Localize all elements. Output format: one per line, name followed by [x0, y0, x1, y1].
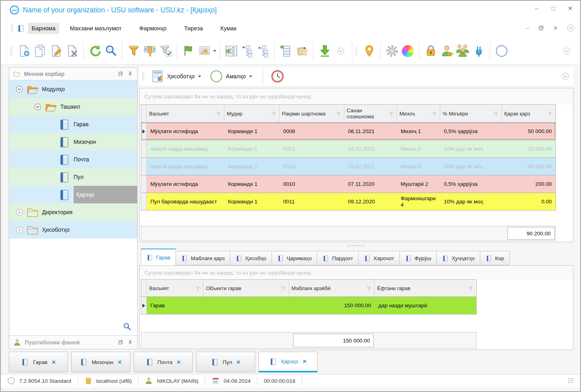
toolbar-grip[interactable] [142, 72, 144, 81]
notes-icon[interactable] [294, 43, 310, 59]
collapse-node-icon[interactable] [34, 103, 42, 111]
lock-icon[interactable] [423, 43, 439, 59]
search-icon[interactable] [103, 43, 119, 59]
menu-overflow-chevron-icon[interactable] [567, 24, 575, 32]
actions-icon[interactable] [210, 70, 223, 83]
close-tab-icon[interactable]: ✕ [302, 358, 307, 364]
tab-furush[interactable]: Фурӯш [400, 251, 437, 265]
close-tab-icon[interactable]: ✕ [118, 359, 122, 365]
tab-hujjatho[interactable]: Ҳуҷҷатҳо [437, 251, 480, 265]
image-icon[interactable] [196, 43, 212, 59]
tab-jarimaho[interactable]: Ҷаримаҳо [272, 251, 317, 265]
column-header[interactable]: Мизоҷ [397, 105, 440, 122]
tree-search-icon[interactable] [123, 322, 132, 331]
filter-panel-icon[interactable] [142, 43, 158, 59]
menu-item-help[interactable]: Кумак [217, 23, 240, 34]
window-tab-pochta[interactable]: Почта ✕ [134, 352, 193, 372]
column-filter-icon[interactable] [216, 111, 222, 117]
location-pin-icon[interactable] [361, 43, 377, 59]
add-column-icon[interactable] [278, 43, 294, 59]
column-header[interactable]: Мудир [224, 105, 280, 122]
child-close-button[interactable]: ✕ [553, 25, 558, 31]
plugin-icon[interactable] [471, 43, 487, 59]
export-more-chevron-icon[interactable] [333, 43, 349, 59]
float-panel-icon[interactable] [118, 71, 124, 77]
delete-record-icon[interactable] [64, 43, 80, 59]
support-panel-header[interactable]: Пуштибонии фаннӣ [9, 335, 137, 349]
minimize-button[interactable]: – [533, 5, 540, 12]
table-row[interactable]: Гарав 150 000.00 дар назди муштарӣ [141, 296, 476, 314]
actionbar-overflow-chevron-icon[interactable] [561, 72, 569, 80]
table-row[interactable]: Мӯҳлати истифода Корманди 1 0008 06.11.2… [141, 122, 555, 140]
window-tab-garav[interactable]: Гарав ✕ [9, 352, 68, 372]
close-tab-icon[interactable]: ✕ [176, 359, 181, 365]
tree-item-pochta[interactable]: Почта [9, 151, 137, 168]
users-group-icon[interactable] [455, 43, 471, 59]
image-dropdown-caret-icon[interactable] [213, 50, 216, 52]
child-minimize-button[interactable]: – [526, 25, 529, 31]
window-tab-pul[interactable]: Пул ✕ [196, 352, 255, 372]
column-header[interactable]: Объекти гарав [204, 280, 289, 296]
column-header[interactable]: Ёфтани гарав [375, 280, 476, 296]
table-row[interactable]: Пул бароварда нашудааст Корманди 1 0011 … [141, 193, 555, 210]
tab-mablagi-qarz[interactable]: Маблағи қарз [176, 251, 230, 265]
close-tab-icon[interactable]: ✕ [52, 359, 56, 365]
column-filter-icon[interactable] [431, 111, 437, 117]
table-row[interactable]: Амалӣ карда мешавад Корманди 1 0012 18.0… [141, 140, 555, 157]
tree-item-garav[interactable]: Гарав [9, 115, 137, 133]
menu-item-barnoma[interactable]: Барнома [28, 23, 59, 34]
row-options-icon[interactable] [223, 43, 239, 59]
column-filter-icon[interactable] [195, 285, 201, 291]
table-row[interactable]: Мӯҳлати истифода Корманди 1 0010 07.11.2… [141, 175, 555, 193]
menu-item-window[interactable]: Тиреза [181, 23, 207, 34]
copy-record-icon[interactable] [32, 43, 48, 59]
column-filter-icon[interactable] [335, 111, 341, 117]
column-header[interactable]: Вазъият [147, 105, 224, 122]
float-panel-icon[interactable] [118, 339, 124, 345]
pin-icon[interactable] [127, 339, 133, 345]
column-header[interactable]: % Меъёри [440, 105, 502, 122]
maximize-button[interactable]: □ [550, 5, 557, 12]
column-header[interactable]: Маблағи арзёбӣ [289, 280, 375, 296]
column-filter-icon[interactable] [280, 285, 286, 291]
expand-all-icon[interactable] [255, 43, 271, 59]
user-permissions-icon[interactable] [439, 43, 455, 59]
menu-item-database[interactable]: Махзани маълумот [66, 23, 125, 34]
child-restore-icon[interactable] [538, 25, 544, 31]
filter-apply-icon[interactable] [158, 43, 174, 59]
tab-kor[interactable]: Кор [480, 251, 510, 265]
tab-garav[interactable]: Гарав [141, 249, 176, 265]
actions-dropdown[interactable]: Амалҳо [226, 73, 252, 80]
tree-item-mizojon[interactable]: Мизоҷон [9, 133, 137, 151]
settings-gear-icon[interactable] [384, 43, 400, 59]
add-record-icon[interactable] [16, 43, 32, 59]
column-filter-icon[interactable] [493, 111, 499, 117]
window-tab-mizojon[interactable]: Мизоҷон ✕ [71, 352, 130, 372]
column-header[interactable]: Қарзи қарз [502, 105, 555, 122]
column-filter-icon[interactable] [468, 285, 474, 291]
close-tab-icon[interactable]: ✕ [236, 359, 241, 365]
toolbar-grip[interactable] [10, 47, 12, 56]
window-tab-qarzho[interactable]: Қарзҳо ✕ [258, 352, 317, 372]
tree-item-modules[interactable]: Модулҳо [9, 80, 137, 98]
toolbar-grip[interactable] [11, 24, 13, 33]
pin-icon[interactable] [127, 71, 133, 77]
table-row[interactable]: Амалӣ карда мешавад Корманди 1 0013 19.0… [141, 157, 555, 175]
tree-item-reports[interactable]: Ҳисоботҳо [9, 221, 137, 239]
tab-hisobho[interactable]: Ҳисобҳо [230, 251, 272, 265]
column-header[interactable]: Рақами шартнома [280, 105, 344, 122]
scheduler-clock-icon[interactable] [271, 70, 284, 83]
column-filter-icon[interactable] [547, 111, 553, 117]
info-icon[interactable]: i [493, 43, 509, 59]
tree-item-directory[interactable]: Директория [9, 203, 137, 221]
tab-pardokht[interactable]: Пардохт [317, 251, 358, 265]
flag-icon[interactable] [180, 43, 196, 59]
export-icon[interactable] [317, 43, 333, 59]
color-theme-icon[interactable] [400, 43, 416, 59]
filter-icon[interactable] [126, 43, 142, 59]
expand-node-icon[interactable] [16, 226, 23, 234]
column-filter-icon[interactable] [366, 285, 372, 291]
reports-icon[interactable] [151, 70, 164, 83]
close-button[interactable]: ✕ [567, 5, 574, 12]
collapse-all-icon[interactable] [239, 43, 255, 59]
